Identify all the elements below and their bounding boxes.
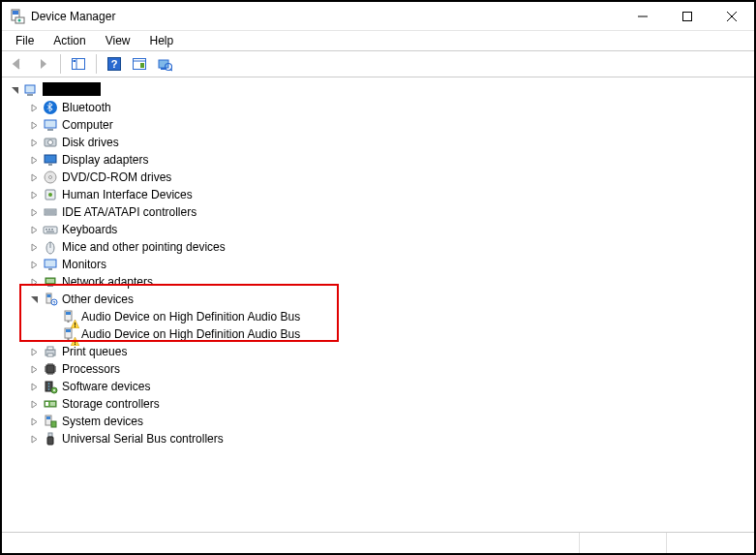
tree-category-monitors[interactable]: Monitors — [27, 256, 112, 273]
tree-node-label: Monitors — [62, 258, 106, 271]
svg-point-26 — [48, 140, 53, 145]
tree-category-bluetooth[interactable]: Bluetooth — [27, 99, 117, 116]
tree-node-label: Storage controllers — [62, 397, 160, 411]
device-tree-pane[interactable]: BluetoothComputerDisk drivesDisplay adap… — [2, 77, 754, 532]
svg-rect-46 — [47, 285, 53, 287]
svg-line-19 — [170, 69, 172, 71]
network-icon — [43, 274, 58, 290]
svg-rect-28 — [48, 164, 52, 166]
svg-rect-92 — [48, 433, 52, 437]
svg-rect-20 — [25, 85, 35, 93]
expand-toggle[interactable] — [27, 362, 41, 376]
expand-toggle[interactable] — [27, 170, 41, 184]
tree-category-mice-and-other-pointing-devices[interactable]: Mice and other pointing devices — [27, 238, 231, 256]
software-icon — [43, 379, 58, 394]
tree-category-computer[interactable]: Computer — [27, 116, 119, 134]
scan-hardware-button[interactable] — [153, 52, 176, 76]
action-center-button[interactable] — [128, 52, 151, 76]
tree-category-dvd-cd-rom-drives[interactable]: DVD/CD-ROM drives — [27, 169, 177, 186]
tree-category-network-adapters[interactable]: Network adapters — [27, 273, 159, 291]
svg-rect-55 — [68, 321, 70, 323]
close-button[interactable] — [710, 2, 754, 31]
svg-rect-93 — [47, 437, 53, 445]
unknown-warn-icon: ! — [62, 326, 77, 342]
expand-toggle[interactable] — [27, 240, 41, 254]
expand-toggle[interactable] — [27, 205, 41, 219]
expand-toggle[interactable] — [27, 188, 41, 201]
computer-root-icon — [23, 82, 39, 98]
svg-rect-66 — [46, 365, 54, 373]
svg-point-82 — [48, 388, 49, 389]
svg-text:?: ? — [111, 58, 118, 70]
svg-point-30 — [49, 176, 52, 179]
expand-toggle[interactable] — [27, 223, 41, 236]
tree-category-system-devices[interactable]: System devices — [27, 413, 149, 430]
tree-node-label: Network adapters — [62, 275, 153, 289]
tree-device-item[interactable]: !Audio Device on High Definition Audio B… — [46, 325, 306, 343]
svg-rect-91 — [51, 421, 56, 427]
tree-node-label: Processors — [62, 362, 120, 376]
menu-action[interactable]: Action — [45, 32, 93, 49]
help-button[interactable]: ? — [103, 52, 126, 76]
mouse-icon — [43, 239, 58, 255]
expand-toggle[interactable] — [27, 136, 41, 149]
menubar: File Action View Help — [2, 31, 754, 50]
status-pane — [2, 533, 580, 553]
svg-rect-10 — [74, 60, 76, 62]
ide-icon — [43, 204, 58, 220]
tree-node-label: Print queues — [62, 345, 127, 358]
processor-icon — [43, 361, 58, 377]
tree-node-label: Mice and other pointing devices — [62, 240, 226, 254]
collapse-toggle[interactable] — [27, 293, 41, 306]
tree-node-label: Disk drives — [62, 136, 119, 149]
tree-root-node[interactable] — [8, 81, 106, 99]
tree-category-universal-serial-bus-controllers[interactable]: Universal Serial Bus controllers — [27, 430, 229, 447]
tree-category-display-adapters[interactable]: Display adapters — [27, 151, 154, 169]
expand-toggle[interactable] — [27, 397, 41, 411]
storage-icon — [43, 396, 58, 412]
svg-rect-64 — [47, 347, 53, 350]
svg-rect-23 — [45, 120, 56, 128]
menu-view[interactable]: View — [98, 32, 138, 49]
tree-category-print-queues[interactable]: Print queues — [27, 343, 133, 360]
forward-button[interactable] — [31, 52, 54, 76]
expand-toggle[interactable] — [27, 380, 41, 393]
svg-rect-38 — [48, 229, 50, 231]
printer-icon — [43, 344, 58, 359]
svg-rect-44 — [48, 268, 52, 270]
collapse-toggle[interactable] — [8, 83, 21, 97]
tree-category-ide-ata-atapi-controllers[interactable]: IDE ATA/ATAPI controllers — [27, 203, 202, 221]
tree-node-label — [43, 82, 101, 99]
svg-point-84 — [53, 389, 55, 391]
maximize-button[interactable] — [665, 2, 710, 31]
expand-toggle[interactable] — [27, 345, 41, 358]
tree-category-disk-drives[interactable]: Disk drives — [27, 134, 125, 151]
display-icon — [43, 152, 58, 168]
tree-category-storage-controllers[interactable]: Storage controllers — [27, 395, 166, 413]
expand-toggle[interactable] — [27, 415, 41, 428]
expand-toggle[interactable] — [27, 118, 41, 132]
window-title: Device Manager — [31, 10, 115, 23]
minimize-button[interactable] — [620, 2, 665, 31]
toolbar-separator — [60, 54, 61, 74]
show-hide-tree-button[interactable] — [67, 52, 90, 76]
expand-toggle[interactable] — [27, 258, 41, 271]
svg-rect-40 — [46, 231, 54, 232]
tree-category-processors[interactable]: Processors — [27, 360, 126, 378]
menu-file[interactable]: File — [8, 32, 42, 49]
svg-rect-1 — [13, 11, 18, 15]
system-icon — [43, 414, 58, 429]
expand-toggle[interactable] — [27, 432, 41, 446]
statusbar — [2, 532, 754, 553]
tree-category-keyboards[interactable]: Keyboards — [27, 221, 123, 238]
expand-toggle[interactable] — [27, 153, 41, 167]
toolbar: ? — [2, 50, 754, 77]
expand-toggle[interactable] — [27, 275, 41, 289]
back-button[interactable] — [6, 52, 29, 76]
tree-device-item[interactable]: !Audio Device on High Definition Audio B… — [46, 308, 306, 325]
menu-help[interactable]: Help — [142, 32, 182, 49]
tree-category-software-devices[interactable]: Software devices — [27, 378, 156, 395]
tree-category-human-interface-devices[interactable]: Human Interface Devices — [27, 186, 198, 203]
tree-category-other-devices[interactable]: ?Other devices — [27, 291, 139, 308]
expand-toggle[interactable] — [27, 101, 41, 114]
